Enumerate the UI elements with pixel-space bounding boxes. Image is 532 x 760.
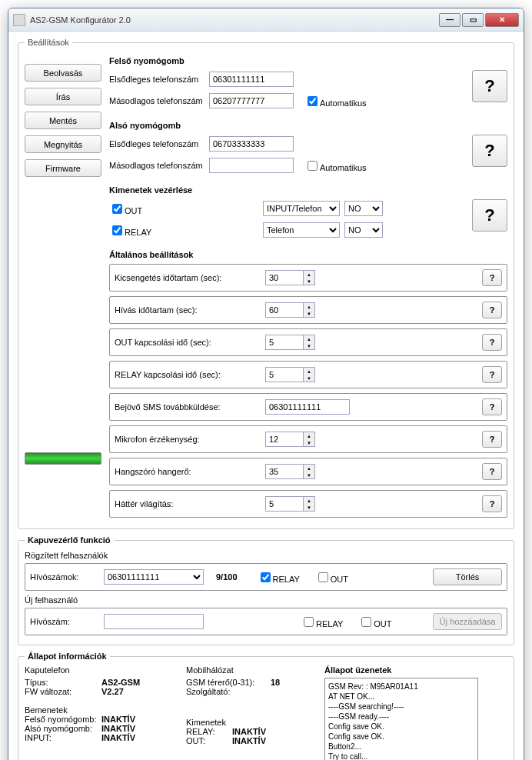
top-button-title: Felső nyomógomb — [109, 56, 507, 65]
spin-down-icon[interactable]: ▼ — [304, 472, 314, 478]
bottom-secondary-input[interactable] — [209, 158, 294, 173]
spin-down-icon[interactable]: ▼ — [304, 504, 314, 511]
general-help-button[interactable]: ? — [482, 495, 502, 512]
general-row-label: Hangszóró hangerő: — [115, 467, 261, 476]
general-help-button[interactable]: ? — [482, 398, 502, 415]
gate2-out-checkbox[interactable] — [361, 617, 371, 627]
general-help-button[interactable]: ? — [482, 269, 502, 286]
settings-legend: Beállítások — [25, 38, 72, 47]
spin-up-icon[interactable]: ▲ — [304, 368, 314, 375]
general-help-button[interactable]: ? — [482, 302, 502, 318]
number2-label: Hívószám: — [30, 617, 99, 626]
bottom-auto-checkbox[interactable] — [308, 161, 318, 171]
firmware-button[interactable]: Firmware — [25, 159, 101, 177]
message-box[interactable]: GSM Rev: : M95AR01A11AT NET OK... ----GS… — [324, 678, 478, 760]
out-state-select[interactable]: NO — [344, 201, 383, 216]
bottom-button-title: Alsó nyomógomb — [109, 121, 507, 130]
relay-state-select[interactable]: NO — [344, 222, 383, 238]
general-spin-input[interactable] — [265, 335, 304, 350]
general-spin-input[interactable] — [265, 302, 304, 318]
gate-relay-checkbox[interactable] — [261, 572, 271, 582]
general-row-label: Bejövő SMS továbbküldése: — [115, 402, 261, 412]
top-primary-input[interactable] — [209, 72, 294, 87]
general-spin-input[interactable] — [265, 496, 304, 512]
msg-title: Állapot üzenetek — [324, 665, 507, 675]
top-secondary-input[interactable] — [209, 93, 294, 108]
spin-down-icon[interactable]: ▼ — [304, 439, 314, 446]
app-icon — [13, 14, 25, 26]
type-value: AS2-GSM — [101, 678, 140, 687]
bottom-help-button[interactable]: ? — [472, 135, 507, 167]
spin-up-icon[interactable]: ▲ — [304, 335, 314, 342]
general-spin-input[interactable] — [265, 432, 304, 447]
bottom-primary-input[interactable] — [209, 136, 294, 152]
general-spin-input[interactable] — [265, 270, 304, 285]
titlebar: AS2-GSM Konfigurátor 2.0 — ▭ ✕ — [8, 8, 524, 32]
relay-mode-select[interactable]: Telefon — [263, 222, 340, 238]
numbers-label: Hívószámok: — [30, 572, 99, 582]
signal-value: 18 — [271, 678, 280, 687]
gate-title: Kapuvezérlő funkció — [25, 535, 114, 545]
new-user-label: Új felhasználó — [25, 595, 507, 605]
general-help-button[interactable]: ? — [482, 366, 502, 383]
maximize-button[interactable]: ▭ — [462, 13, 484, 27]
spin-down-icon[interactable]: ▼ — [304, 375, 314, 382]
open-button[interactable]: Megnyitás — [25, 135, 101, 153]
read-button[interactable]: Beolvasás — [25, 64, 101, 82]
relay-label: RELAY — [125, 228, 151, 237]
general-row-label: Háttér világítás: — [115, 499, 261, 508]
window-title: AS2-GSM Konfigurátor 2.0 — [30, 15, 439, 25]
relay-checkbox[interactable] — [112, 225, 122, 235]
number2-input[interactable] — [104, 614, 204, 629]
spin-up-icon[interactable]: ▲ — [304, 432, 314, 439]
bottom-primary-label: Elsődleges telefonszám — [109, 139, 209, 148]
delete-button[interactable]: Törlés — [433, 568, 502, 585]
top-secondary-label: Másodlagos telefonszám — [109, 96, 209, 105]
general-row-label: Mikrofon érzékenység: — [115, 435, 261, 444]
phone-title: Kaputelefon — [25, 665, 178, 675]
general-help-button[interactable]: ? — [482, 431, 502, 448]
top-help-button[interactable]: ? — [472, 70, 507, 102]
bottom-auto-label: Automatikus — [320, 163, 367, 172]
general-row-label: Kicsengetés időtartam (sec): — [115, 273, 261, 282]
general-row: OUT kapcsolási idő (sec): ▲▼ ? — [109, 328, 507, 356]
general-spin-input[interactable] — [265, 367, 304, 382]
outputs-help-button[interactable]: ? — [472, 199, 507, 232]
out-mode-select[interactable]: INPUT/Telefon — [263, 201, 340, 216]
fixed-users-label: Rögzített felhasználók — [25, 551, 507, 560]
general-row: Bejövő SMS továbbküldése: ? — [109, 393, 507, 421]
top-auto-checkbox[interactable] — [308, 96, 318, 106]
out-checkbox[interactable] — [112, 204, 122, 214]
spin-down-icon[interactable]: ▼ — [304, 310, 314, 317]
out-title: Kimenetek — [186, 718, 317, 727]
general-spin-input[interactable] — [265, 464, 304, 479]
spin-down-icon[interactable]: ▼ — [304, 342, 314, 349]
save-button[interactable]: Mentés — [25, 112, 101, 129]
general-text-input[interactable] — [265, 399, 350, 415]
spin-up-icon[interactable]: ▲ — [304, 303, 314, 310]
numbers-select[interactable]: 06301111111 — [104, 569, 204, 585]
general-row: Hívás időtartam (sec): ▲▼ ? — [109, 296, 507, 324]
write-button[interactable]: Írás — [25, 88, 101, 105]
gate-group: Kapuvezérlő funkció Rögzített felhasznál… — [18, 535, 514, 645]
top-auto-label: Automatikus — [320, 98, 367, 108]
spin-up-icon[interactable]: ▲ — [304, 465, 314, 472]
close-button[interactable]: ✕ — [485, 13, 519, 27]
general-help-button[interactable]: ? — [482, 334, 502, 351]
spin-up-icon[interactable]: ▲ — [304, 497, 314, 504]
general-row-label: Hívás időtartam (sec): — [115, 305, 261, 315]
gate-out-checkbox[interactable] — [318, 572, 328, 582]
count-label: 9/100 — [216, 572, 238, 582]
gate2-relay-checkbox[interactable] — [304, 617, 314, 627]
general-help-button[interactable]: ? — [482, 463, 502, 480]
add-button[interactable]: Új hozzáadása — [433, 613, 502, 630]
bottom-secondary-label: Másodlagos telefonszám — [109, 161, 209, 170]
fixed-users-group: Hívószámok: 06301111111 9/100 RELAY OUT … — [25, 563, 507, 591]
status-title: Állapot információk — [25, 652, 110, 661]
minimize-button[interactable]: — — [439, 13, 461, 27]
net-title: Mobilhálózat — [186, 665, 317, 675]
spin-down-icon[interactable]: ▼ — [304, 278, 314, 285]
general-row: RELAY kapcsolási idő (sec): ▲▼ ? — [109, 361, 507, 388]
app-window: AS2-GSM Konfigurátor 2.0 — ▭ ✕ Beállítás… — [8, 8, 524, 760]
spin-up-icon[interactable]: ▲ — [304, 271, 314, 278]
